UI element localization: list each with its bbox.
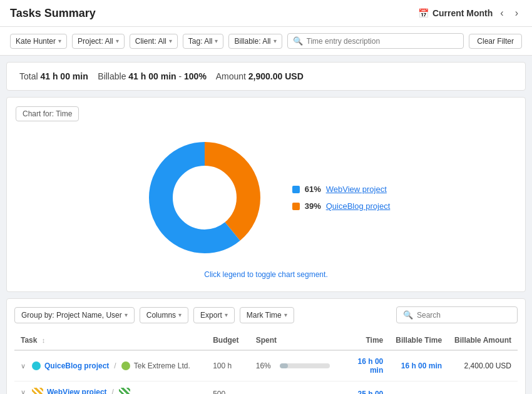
legend-pct-webview: 61%: [305, 184, 321, 194]
columns-button[interactable]: Columns ▾: [140, 307, 188, 323]
legend-label-webview[interactable]: WebView project: [326, 184, 387, 194]
sort-icon: ↕: [42, 336, 46, 344]
donut-chart: 61% 39%: [142, 135, 267, 260]
billable-pct: 100%: [184, 71, 207, 81]
col-task: Task ↕: [14, 331, 207, 350]
legend-pct-quiceblog: 39%: [305, 201, 321, 211]
tasks-table: Task ↕ Budget Spent Time Billable Time B…: [14, 331, 518, 394]
billable-label: Billable: [98, 71, 126, 81]
header-right: 📅 Current Month ‹ ›: [418, 6, 522, 20]
chart-legend: 61% WebView project 39% QuiceBlog projec…: [292, 184, 391, 211]
page-header: Tasks Summary 📅 Current Month ‹ ›: [0, 0, 532, 27]
chevron-down-icon: ▾: [116, 38, 119, 44]
table-row: ∨ QuiceBlog project / Tek Extreme Ltd. 1…: [14, 350, 518, 381]
spent-cell: 100%: [250, 381, 337, 395]
client-filter[interactable]: Client: All ▾: [130, 34, 178, 49]
project-dot: [32, 388, 43, 394]
col-budget: Budget: [207, 331, 250, 350]
project-name[interactable]: QuiceBlog project: [44, 361, 109, 370]
donut-label-webview: 61%: [208, 194, 227, 205]
time-cell: 16 h 00 min: [336, 350, 389, 381]
search-icon: 🔍: [403, 310, 413, 320]
page-title: Tasks Summary: [10, 7, 96, 20]
chevron-down-icon: ▾: [169, 38, 172, 44]
client-dot: [119, 388, 130, 394]
billable-time-cell: 16 h 00 min: [389, 350, 448, 381]
col-time: Time: [336, 331, 389, 350]
amount-value: 2,900.00 USD: [248, 71, 304, 81]
clear-filter-button[interactable]: Clear Filter: [469, 34, 522, 49]
current-month-label: Current Month: [432, 8, 493, 18]
billable-time-cell: 25 h 00 min: [389, 381, 448, 395]
chevron-down-icon: ▾: [58, 38, 61, 44]
table-row: ∨ WebView project / Foundary Line Corp. …: [14, 381, 518, 395]
progress-bar-fill: [280, 363, 288, 368]
total-label: Total: [19, 71, 38, 81]
col-billable-amount: Billable Amount: [448, 331, 518, 350]
user-filter[interactable]: Kate Hunter ▾: [10, 34, 67, 49]
billable-value: 41 h 00 min: [128, 71, 176, 81]
chevron-down-icon: ▾: [215, 38, 218, 44]
search-icon: 🔍: [293, 36, 303, 46]
client-dot: [121, 361, 130, 370]
billable-amount-cell: 500.00 USD: [448, 381, 518, 395]
col-spent: Spent: [250, 331, 337, 350]
export-button[interactable]: Export ▾: [193, 307, 235, 323]
amount-label: Amount: [216, 71, 246, 81]
legend-item-webview[interactable]: 61% WebView project: [292, 184, 391, 194]
filter-bar: Kate Hunter ▾ Project: All ▾ Client: All…: [0, 27, 532, 56]
legend-color-quiceblog: [292, 203, 300, 210]
legend-label-quiceblog[interactable]: QuiceBlog project: [326, 201, 391, 211]
calendar-icon: 📅: [418, 8, 429, 18]
search-box: 🔍: [287, 33, 464, 49]
next-month-button[interactable]: ›: [511, 6, 522, 20]
chart-for-button[interactable]: Chart for: Time: [16, 106, 79, 121]
billable-dash: -: [178, 71, 184, 81]
group-by-button[interactable]: Group by: Project Name, User ▾: [14, 307, 135, 323]
chevron-down-icon: ▾: [178, 311, 182, 318]
table-search-input[interactable]: [417, 311, 511, 320]
donut-svg: 61% 39%: [142, 135, 267, 260]
table-toolbar: Group by: Project Name, User ▾ Columns ▾…: [14, 306, 518, 323]
chart-container: 61% 39% 61% WebView project 39% QuiceBlo…: [16, 129, 516, 266]
legend-color-webview: [292, 186, 300, 193]
chevron-down-icon: ▾: [284, 311, 287, 318]
legend-item-quiceblog[interactable]: 39% QuiceBlog project: [292, 201, 391, 211]
table-search-box: 🔍: [396, 306, 518, 323]
budget-cell: 500 USD: [207, 381, 250, 395]
row-expand-icon[interactable]: ∨: [21, 388, 26, 395]
client-name: Tek Extreme Ltd.: [134, 361, 190, 370]
donut-label-quiceblog: 39%: [180, 185, 197, 194]
task-cell: ∨ WebView project / Foundary Line Corp.: [14, 381, 207, 395]
billable-filter[interactable]: Billable: All ▾: [228, 34, 282, 49]
chart-section: Chart for: Time 61% 39% 61% WebView proj…: [6, 97, 526, 292]
donut-hole: [173, 166, 236, 229]
search-input[interactable]: [307, 37, 459, 46]
time-cell: 25 h 00 min: [336, 381, 389, 395]
total-value: 41 h 00 min: [40, 71, 88, 81]
table-section: Group by: Project Name, User ▾ Columns ▾…: [6, 298, 526, 394]
row-expand-icon[interactable]: ∨: [21, 362, 26, 370]
chevron-down-icon: ▾: [274, 38, 277, 44]
project-filter[interactable]: Project: All ▾: [72, 34, 125, 49]
prev-month-button[interactable]: ‹: [496, 6, 507, 20]
col-billable-time: Billable Time: [389, 331, 448, 350]
billable-amount-cell: 2,400.00 USD: [448, 350, 518, 381]
chart-hint: Click legend to toggle chart segment.: [16, 266, 516, 283]
task-cell: ∨ QuiceBlog project / Tek Extreme Ltd.: [14, 350, 207, 381]
mark-time-button[interactable]: Mark Time ▾: [240, 307, 294, 323]
budget-cell: 100 h: [207, 350, 250, 381]
summary-bar: Total 41 h 00 min Billable 41 h 00 min -…: [6, 62, 526, 91]
chevron-down-icon: ▾: [125, 311, 128, 318]
project-name[interactable]: WebView project: [47, 388, 107, 394]
project-dot: [32, 361, 41, 370]
tag-filter[interactable]: Tag: All ▾: [183, 34, 224, 49]
table-header-row: Task ↕ Budget Spent Time Billable Time B…: [14, 331, 518, 350]
spent-cell: 16%: [250, 350, 337, 381]
chevron-down-icon: ▾: [225, 311, 228, 318]
progress-bar-bg: [280, 363, 330, 368]
